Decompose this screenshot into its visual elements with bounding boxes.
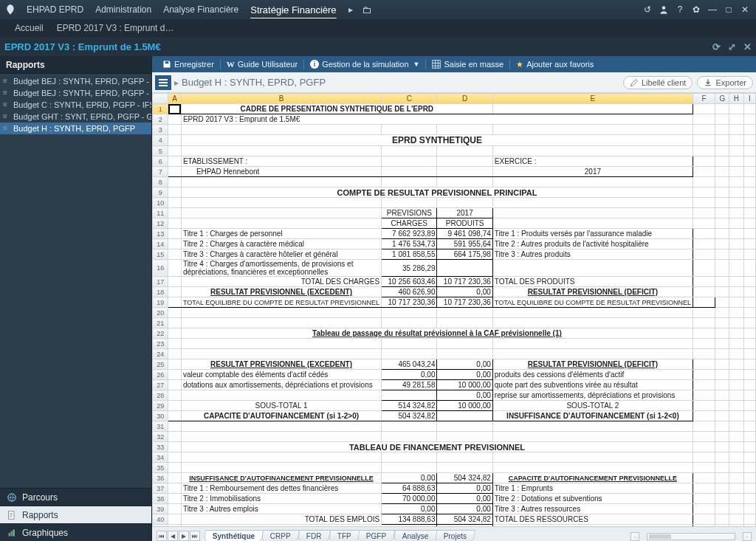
- exporter-button[interactable]: Exporter: [697, 76, 753, 89]
- cell-r25b[interactable]: RESULTAT PREVISIONNEL (EXCEDENT): [181, 359, 381, 370]
- close-doc-icon[interactable]: ✕: [743, 41, 752, 52]
- spreadsheet[interactable]: A B C D E F G H I 1CADRE DE PRESENTATION…: [152, 93, 756, 526]
- col-header-f[interactable]: F: [693, 94, 715, 104]
- cell-r13d[interactable]: 9 461 098,74: [437, 229, 492, 239]
- cell-r17e[interactable]: TOTAL DES PRODUITS: [492, 277, 693, 287]
- menu-strategie[interactable]: Stratégie Financière: [244, 4, 342, 15]
- col-header-e[interactable]: E: [492, 94, 693, 104]
- cell-r17c[interactable]: 10 256 603,46: [382, 277, 437, 287]
- cell-r29d[interactable]: 10 000,00: [437, 401, 492, 411]
- cell-r29e[interactable]: SOUS-TOTAL 2: [492, 401, 693, 411]
- tab-projets[interactable]: Projets: [435, 530, 475, 541]
- cell-etablissement-lbl[interactable]: ETABLISSEMENT :: [181, 156, 381, 167]
- guide-button[interactable]: W Guide Utilisateur: [221, 56, 303, 72]
- simulation-button[interactable]: i Gestion de la simulation ▼: [304, 56, 425, 72]
- cell-r14d[interactable]: 591 955,64: [437, 239, 492, 249]
- cell-title[interactable]: CADRE DE PRESENTATION SYNTHETIQUE DE L'E…: [181, 104, 492, 114]
- cell-year[interactable]: 2017: [437, 208, 492, 218]
- cell-r19e[interactable]: TOTAL EQUILIBRE DU COMPTE DE RESULTAT PR…: [492, 297, 693, 308]
- cell-r15d[interactable]: 664 175,98: [437, 249, 492, 260]
- cell-r30e[interactable]: INSUFFISANCE D'AUTOFINANCEMENT (si 1-2<0…: [492, 411, 693, 421]
- menu-administration[interactable]: Administration: [89, 4, 157, 15]
- col-header-h[interactable]: H: [729, 94, 743, 104]
- cell-subtitle[interactable]: EPRD 2017 V3 : Emprunt de 1.5M€: [181, 114, 693, 125]
- cell-r25d[interactable]: 0,00: [437, 359, 492, 370]
- cell-r39c[interactable]: 0,00: [382, 504, 437, 514]
- cell-r25c[interactable]: 465 043,24: [382, 359, 437, 370]
- cell-r19b[interactable]: TOTAL EQUILIBRE DU COMPTE DE RESULTAT PR…: [181, 297, 381, 308]
- tab-nav-last[interactable]: ⏭: [190, 531, 200, 541]
- cell-r41e[interactable]: PRELEVEMENT SUR LE FONDS DE ROULEMENT: [492, 525, 693, 527]
- cell-r15c[interactable]: 1 081 858,55: [382, 249, 437, 260]
- cell-r37b[interactable]: Titre 1 : Remboursement des dettes finan…: [181, 483, 381, 494]
- cell-r41c[interactable]: 369 436,19: [382, 525, 437, 527]
- cell-r30c[interactable]: 504 324,82: [382, 411, 437, 421]
- cell-r15b[interactable]: Titre 3 : Charges à caractère hôtelier e…: [181, 249, 381, 260]
- cell-r37d[interactable]: 0,00: [437, 483, 492, 494]
- report-item-1[interactable]: Budget BEJ : SYNTH, EPRD, PGFP - USLD: [0, 87, 151, 99]
- cell-r36b[interactable]: INSUFFISANCE D'AUTOFINANCEMENT PREVISION…: [181, 473, 381, 483]
- save-button[interactable]: Enregistrer: [157, 56, 220, 72]
- refresh-doc-icon[interactable]: ⟳: [712, 41, 721, 52]
- settings-icon[interactable]: ✿: [690, 3, 703, 16]
- tab-tfp[interactable]: TFP: [329, 530, 360, 541]
- cell-previsions[interactable]: PREVISIONS: [382, 208, 437, 218]
- cell-r26d[interactable]: 0,00: [437, 370, 492, 380]
- cell-r19c[interactable]: 10 717 230,36: [382, 297, 437, 308]
- cell-r14b[interactable]: Titre 2 : Charges à caractère médical: [181, 239, 381, 249]
- menu-analyse[interactable]: Analyse Financière: [157, 4, 244, 15]
- cell-r16c[interactable]: 35 286,29: [382, 260, 437, 277]
- cell-section-eprd[interactable]: EPRD SYNTHETIQUE: [181, 135, 693, 146]
- sheet-menu-icon[interactable]: [155, 75, 171, 90]
- cell-r36e[interactable]: CAPACITE D'AUTOFINANCEMENT PREVISIONNELL…: [492, 473, 693, 483]
- cell-r27b[interactable]: dotations aux amortissements, dépréciati…: [181, 380, 381, 390]
- cell-r38b[interactable]: Titre 2 : Immobilisations: [181, 494, 381, 504]
- cell-r26e[interactable]: produits des cessions d'éléments d'actif: [492, 370, 693, 380]
- cell-r18e[interactable]: RESULTAT PREVISIONNEL (DEFICIT): [492, 287, 693, 297]
- cell-r13c[interactable]: 7 662 923,89: [382, 229, 437, 239]
- col-header-a[interactable]: A: [168, 94, 182, 104]
- hscroll-bar[interactable]: [647, 533, 735, 540]
- cell-r41b[interactable]: APPORT AU FONDS DE ROULEMENT: [181, 525, 381, 527]
- tab-crpp[interactable]: CRPP: [261, 530, 300, 541]
- cell-r28e[interactable]: reprise sur amortissements, dépréciation…: [492, 390, 693, 401]
- col-header-b[interactable]: B: [181, 94, 381, 104]
- folder-icon[interactable]: 🗀: [359, 4, 374, 15]
- hscroll-right[interactable]: ▶: [743, 532, 752, 541]
- maximize-icon[interactable]: □: [722, 3, 735, 16]
- cell-r19d[interactable]: 10 717 230,36: [437, 297, 492, 308]
- tab-nav-next[interactable]: ▶: [179, 531, 189, 541]
- favoris-button[interactable]: ★ Ajouter aux favoris: [510, 56, 599, 72]
- cell-r29b[interactable]: SOUS-TOTAL 1: [181, 401, 381, 411]
- cell-r39e[interactable]: Titre 3 : Autres ressources: [492, 504, 693, 514]
- crumb-accueil[interactable]: Accueil: [15, 23, 57, 33]
- cell-r25e[interactable]: RESULTAT PREVISIONNEL (DEFICIT): [492, 359, 693, 370]
- cell-r29c[interactable]: 514 324,82: [382, 401, 437, 411]
- cell-r39b[interactable]: Titre 3 : Autres emplois: [181, 504, 381, 514]
- report-item-2[interactable]: Budget C : SYNTH, EPRD, PGFP - IFSI: [0, 99, 151, 111]
- cell-r28d[interactable]: 0,00: [437, 390, 492, 401]
- cell-r40e[interactable]: TOTAL DES RESSOURCES: [492, 514, 693, 525]
- col-header-d[interactable]: D: [437, 94, 492, 104]
- tab-parcours[interactable]: Parcours: [0, 488, 151, 506]
- close-icon[interactable]: ✕: [738, 3, 752, 16]
- tab-nav-prev[interactable]: ◀: [168, 531, 178, 541]
- crumb-document[interactable]: EPRD 2017 V3 : Emprunt d…: [57, 23, 188, 33]
- report-item-4[interactable]: Budget H : SYNTH, EPRD, PGFP: [0, 123, 151, 134]
- cell-r37e[interactable]: Titre 1 : Emprunts: [492, 483, 693, 494]
- tab-synthetique[interactable]: Synthétique: [204, 530, 264, 541]
- tab-fdr[interactable]: FDR: [298, 530, 331, 541]
- cell-r14c[interactable]: 1 476 534,73: [382, 239, 437, 249]
- libelle-client-button[interactable]: Libellé client: [623, 76, 693, 89]
- expand-doc-icon[interactable]: ⤢: [728, 41, 736, 52]
- tab-graphiques[interactable]: Graphiques: [0, 523, 151, 541]
- cell-r15e[interactable]: Titre 3 : Autres produits: [492, 249, 693, 260]
- col-header-c[interactable]: C: [382, 94, 437, 104]
- cell-r13e[interactable]: Titre 1 : Produits versés par l'assuranc…: [492, 229, 693, 239]
- hscroll-left[interactable]: ◀: [630, 532, 639, 541]
- masse-button[interactable]: Saisie en masse: [426, 56, 509, 72]
- cell-produits-hdr[interactable]: PRODUITS: [437, 218, 492, 229]
- cell-r18d[interactable]: 0,00: [437, 287, 492, 297]
- tab-pgfp[interactable]: PGFP: [357, 530, 395, 541]
- cell-r38d[interactable]: 0,00: [437, 494, 492, 504]
